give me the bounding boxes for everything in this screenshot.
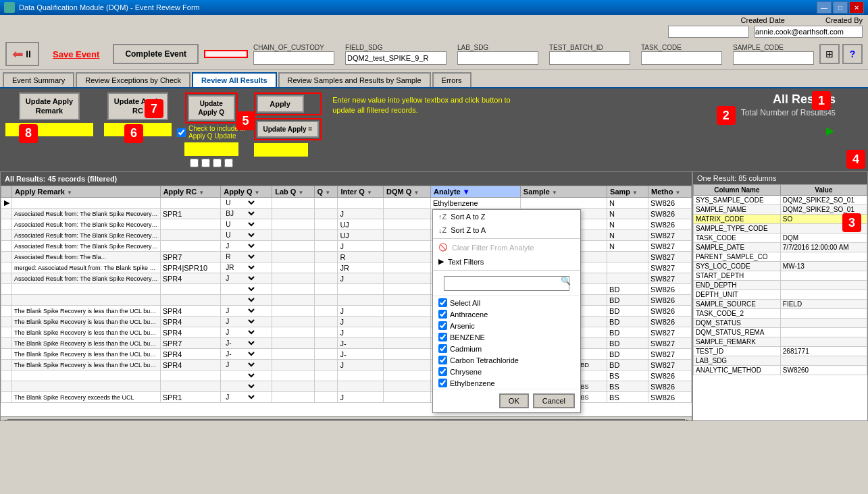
- check-chrysene[interactable]: Chrysene: [433, 366, 580, 377]
- col-analyte[interactable]: Analyte ▼: [430, 186, 520, 198]
- cell-apply-q[interactable]: U: [221, 230, 272, 241]
- cell-apply-q[interactable]: JR: [221, 263, 272, 273]
- cell-apply-q[interactable]: J: [221, 317, 272, 327]
- cell-apply-q[interactable]: U: [221, 198, 272, 209]
- close-button[interactable]: ✕: [849, 1, 864, 13]
- tab-event-summary[interactable]: Event Summary: [3, 72, 74, 87]
- table-row[interactable]: The Blank Spike Recovery is less than th…: [1, 317, 692, 327]
- update-apply-remark-button[interactable]: Update ApplyRemark: [19, 92, 80, 120]
- maximize-button[interactable]: □: [833, 1, 848, 13]
- complete-event-button[interactable]: Complete Event: [113, 44, 199, 64]
- cell-apply-q[interactable]: U: [221, 219, 272, 230]
- dropdown-cancel-button[interactable]: Cancel: [533, 393, 575, 408]
- table-row[interactable]: Associated Result from: The Blank Spike …: [1, 230, 692, 241]
- cell-apply-q[interactable]: R: [221, 252, 272, 263]
- table-row[interactable]: Toluene BD SW826: [1, 295, 692, 306]
- table-row[interactable]: ▶ U Ethylbenzene N SW826: [1, 198, 692, 209]
- col-inter-q[interactable]: Inter Q ▼: [338, 186, 384, 198]
- cell-apply-q[interactable]: [221, 295, 272, 306]
- table-row[interactable]: Associated Result from: The Bla... SPR7 …: [1, 252, 692, 263]
- chain-of-custody-input[interactable]: [253, 51, 334, 65]
- table-row[interactable]: The Blank Spike Recovery is less than th…: [1, 327, 692, 338]
- sample-code-input[interactable]: [733, 51, 814, 65]
- minimize-button[interactable]: —: [817, 1, 832, 13]
- sort-a-to-z-item[interactable]: ↑Z Sort A to Z: [433, 210, 580, 223]
- check-anthracene[interactable]: Anthracene: [433, 308, 580, 320]
- table-row[interactable]: The Blank Spike Recovery is less than th…: [1, 306, 692, 317]
- table-row[interactable]: The Blank Spike Recovery is less than th…: [1, 338, 692, 349]
- sort-z-to-a-item[interactable]: ↓Z Sort Z to A: [433, 223, 580, 237]
- cell-apply-q[interactable]: [221, 381, 272, 392]
- table-row[interactable]: Associated Result from: The Blank Spike …: [1, 209, 692, 219]
- test-batch-id-input[interactable]: [549, 51, 630, 65]
- dropdown-ok-button[interactable]: OK: [499, 393, 529, 408]
- help-icon-button[interactable]: ?: [842, 44, 863, 64]
- created-date-label: Created Date: [741, 16, 785, 24]
- cell-apply-q[interactable]: J-: [221, 349, 272, 360]
- apply-q-checkbox[interactable]: [177, 128, 186, 137]
- apply-button[interactable]: Apply: [257, 95, 304, 113]
- table-row[interactable]: Toluene DQM2_SPIKE2_SO_BS BS SW826: [1, 381, 692, 392]
- table-row[interactable]: Associated Result from: The Blank Spike …: [1, 273, 692, 284]
- table-row[interactable]: Associated Result from: The Blank Spike …: [1, 219, 692, 230]
- text-filters-item[interactable]: ▶ Text Filters: [433, 254, 580, 269]
- table-row[interactable]: Ethylbenzene BD SW826: [1, 284, 692, 295]
- table-row[interactable]: Associated Result from: The Blank Spike …: [1, 241, 692, 252]
- cell-apply-q[interactable]: J: [221, 392, 272, 403]
- clear-filter-item[interactable]: 🚫 Clear Filter From Analyte: [433, 240, 580, 254]
- checkbox4[interactable]: [213, 159, 222, 167]
- cell-apply-q[interactable]: J: [221, 241, 272, 252]
- col-apply-remark[interactable]: Apply Remark ▼: [12, 186, 161, 198]
- check-benzene[interactable]: BENZENE: [433, 331, 580, 343]
- apply-q-input[interactable]: [184, 142, 238, 156]
- check-arsenic[interactable]: Arsenic: [433, 320, 580, 331]
- table-row[interactable]: Ethylbenzene BS SW826: [1, 370, 692, 381]
- created-by-input[interactable]: [755, 26, 863, 38]
- field-sdg-input[interactable]: [345, 51, 446, 65]
- check-cadmium[interactable]: Cadmium: [433, 343, 580, 354]
- col-lab-q[interactable]: Lab Q ▼: [272, 186, 314, 198]
- update-apply-eq-button[interactable]: Update Apply =: [257, 121, 320, 138]
- cell-apply-q[interactable]: J: [221, 273, 272, 284]
- cell-apply-q[interactable]: J: [221, 306, 272, 317]
- checkbox3[interactable]: [201, 159, 210, 167]
- check-carbon-tetrachloride[interactable]: Carbon Tetrachloride: [433, 354, 580, 366]
- col-samp[interactable]: Samp ▼: [607, 186, 648, 198]
- checkbox2[interactable]: [190, 159, 199, 167]
- tab-review-samples[interactable]: Review Samples and Results by Sample: [278, 72, 431, 87]
- task-code-input[interactable]: [641, 51, 722, 65]
- check-select-all[interactable]: Select All: [433, 297, 580, 308]
- cell-apply-q[interactable]: [221, 284, 272, 295]
- grid-wrapper[interactable]: Apply Remark ▼ Apply RC ▼ Apply Q ▼ Lab …: [1, 186, 692, 416]
- cell-apply-q[interactable]: J-: [221, 338, 272, 349]
- col-dqm-q[interactable]: DQM Q ▼: [384, 186, 431, 198]
- lab-sdg-input[interactable]: [457, 51, 538, 65]
- scrollbar-row[interactable]: ◀ ▶: [1, 416, 692, 421]
- col-apply-rc[interactable]: Apply RC ▼: [160, 186, 221, 198]
- dropdown-search-input[interactable]: [444, 276, 569, 291]
- check-ethylbenzene[interactable]: Ethylbenzene: [433, 377, 580, 389]
- cell-apply-q[interactable]: J: [221, 360, 272, 370]
- cell-apply-q[interactable]: J: [221, 327, 272, 338]
- checkbox5[interactable]: [224, 159, 233, 167]
- tab-review-all-results[interactable]: Review All Results: [192, 72, 276, 87]
- grid-icon-button[interactable]: ⊞: [819, 44, 840, 64]
- col-method[interactable]: Metho ▼: [648, 186, 691, 198]
- cell-apply-q[interactable]: BJ: [221, 209, 272, 219]
- table-row[interactable]: The Blank Spike Recovery is less than th…: [1, 360, 692, 370]
- col-q[interactable]: Q ▼: [314, 186, 338, 198]
- col-apply-q[interactable]: Apply Q ▼: [221, 186, 272, 198]
- created-date-input[interactable]: [668, 26, 749, 38]
- tab-errors[interactable]: Errors: [432, 72, 471, 87]
- back-button[interactable]: ⬅⏸: [5, 42, 39, 66]
- nav-arrow-right[interactable]: ▶: [826, 124, 834, 136]
- apply-eq-input[interactable]: [254, 143, 308, 157]
- table-row[interactable]: merged: Associated Result from: The Blan…: [1, 263, 692, 273]
- table-row[interactable]: The Blank Spike Recovery is less than th…: [1, 349, 692, 360]
- table-row[interactable]: The Blank Spike Recovery exceeds the UCL…: [1, 392, 692, 403]
- col-sample[interactable]: Sample ▼: [520, 186, 607, 198]
- tab-review-exceptions[interactable]: Review Exceptions by Check: [76, 72, 190, 87]
- update-apply-q-button[interactable]: UpdateApply Q: [188, 95, 235, 121]
- save-event-button[interactable]: Save Event: [45, 47, 107, 62]
- cell-apply-q[interactable]: [221, 370, 272, 381]
